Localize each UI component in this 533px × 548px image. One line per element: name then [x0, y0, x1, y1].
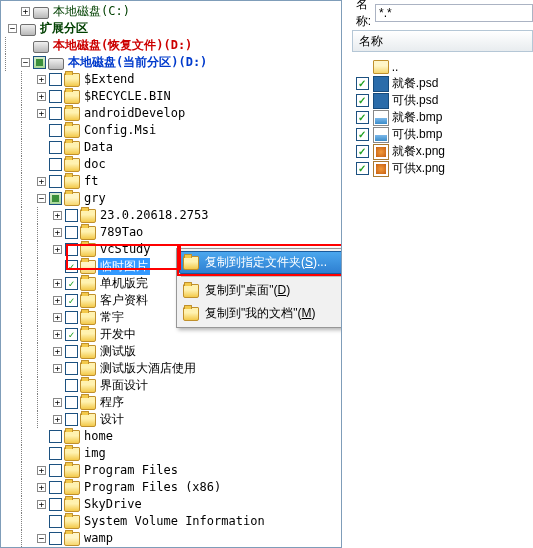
expander-icon[interactable]: + [53, 347, 62, 356]
checkbox[interactable] [356, 145, 369, 158]
tree-item[interactable]: Program Files [82, 462, 180, 479]
checkbox[interactable] [356, 162, 369, 175]
list-item[interactable]: .. [356, 58, 533, 75]
tree-item[interactable]: gry [82, 190, 108, 207]
checkbox[interactable] [65, 209, 78, 222]
tree-item[interactable]: 测试版大酒店使用 [98, 360, 198, 377]
checkbox[interactable] [49, 124, 62, 137]
menu-copy-to-folder[interactable]: 复制到指定文件夹(S)... [179, 251, 342, 274]
checkbox[interactable] [49, 481, 62, 494]
tree-item[interactable]: $Extend [82, 71, 137, 88]
search-input[interactable] [375, 4, 533, 22]
tree-item-selected[interactable]: 临时图片 [98, 258, 150, 275]
tree-item[interactable]: 常宇 [98, 309, 126, 326]
checkbox[interactable] [33, 56, 46, 69]
checkbox[interactable] [49, 175, 62, 188]
tree-item[interactable]: wamp [82, 530, 115, 547]
tree-item[interactable]: 程序 [98, 394, 126, 411]
tree-label-ext[interactable]: 扩展分区 [38, 20, 90, 37]
checkbox[interactable] [49, 464, 62, 477]
checkbox[interactable] [49, 90, 62, 103]
expander-icon[interactable]: + [53, 211, 62, 220]
expander-icon[interactable]: + [37, 92, 46, 101]
expander-icon[interactable]: + [53, 245, 62, 254]
expander-icon[interactable]: + [37, 500, 46, 509]
tree-item[interactable]: vcStudy [98, 241, 153, 258]
checkbox[interactable] [49, 73, 62, 86]
tree-item[interactable]: Program Files (x86) [82, 479, 223, 496]
expander-icon[interactable]: + [53, 279, 62, 288]
column-header-name[interactable]: 名称 [352, 30, 533, 52]
list-item[interactable]: 可供x.png [356, 160, 533, 177]
checkbox[interactable] [65, 311, 78, 324]
tree-item[interactable]: 界面设计 [98, 377, 150, 394]
expander-icon[interactable]: − [37, 194, 46, 203]
list-item[interactable]: 可供.bmp [356, 126, 533, 143]
checkbox[interactable] [49, 107, 62, 120]
checkbox[interactable] [65, 396, 78, 409]
tree-item[interactable]: 开发中 [98, 326, 138, 343]
tree-item[interactable]: img [82, 445, 108, 462]
tree-item[interactable]: 789Tao [98, 224, 145, 241]
checkbox[interactable] [49, 447, 62, 460]
checkbox[interactable] [356, 94, 369, 107]
menu-copy-to-desktop[interactable]: 复制到"桌面"(D) [179, 279, 342, 302]
list-item[interactable]: 就餐.bmp [356, 109, 533, 126]
tree-label-d2[interactable]: 本地磁盘(当前分区)(D:) [66, 54, 209, 71]
checkbox[interactable] [49, 498, 62, 511]
tree-item[interactable]: 23.0.20618.2753 [98, 207, 210, 224]
tree-item[interactable]: System Volume Information [82, 513, 267, 530]
context-menu[interactable]: 复制到指定文件夹(S)... 复制到"桌面"(D) 复制到"我的文档"(M) [176, 248, 342, 328]
expander-icon[interactable]: + [37, 177, 46, 186]
tree-item[interactable]: home [82, 428, 115, 445]
checkbox[interactable] [356, 128, 369, 141]
expander-icon[interactable]: + [37, 109, 46, 118]
checkbox[interactable] [65, 345, 78, 358]
tree-item[interactable]: Config.Msi [82, 122, 158, 139]
expander-icon[interactable]: + [21, 7, 30, 16]
expander-icon[interactable]: + [53, 398, 62, 407]
tree-item[interactable]: ft [82, 173, 100, 190]
expander-icon[interactable]: + [53, 415, 62, 424]
checkbox[interactable] [49, 532, 62, 545]
checkbox[interactable] [65, 243, 78, 256]
tree-item[interactable]: doc [82, 156, 108, 173]
tree-item[interactable]: $RECYCLE.BIN [82, 88, 173, 105]
expander-icon[interactable]: + [37, 75, 46, 84]
expander-icon[interactable]: + [53, 364, 62, 373]
tree-item[interactable]: 设计 [98, 411, 126, 428]
list-item[interactable]: 可供.psd [356, 92, 533, 109]
checkbox[interactable] [356, 111, 369, 124]
checkbox[interactable] [65, 379, 78, 392]
checkbox[interactable] [65, 294, 78, 307]
checkbox[interactable] [49, 515, 62, 528]
checkbox[interactable] [65, 226, 78, 239]
expander-icon[interactable]: + [53, 313, 62, 322]
checkbox[interactable] [65, 328, 78, 341]
checkbox[interactable] [65, 362, 78, 375]
tree-item[interactable]: 客户资料 [98, 292, 150, 309]
checkbox[interactable] [49, 158, 62, 171]
checkbox[interactable] [49, 141, 62, 154]
expander-icon[interactable]: + [53, 330, 62, 339]
expander-icon[interactable]: − [37, 534, 46, 543]
tree-item[interactable]: 单机版完 [98, 275, 150, 292]
expander-icon[interactable]: + [53, 296, 62, 305]
tree-item[interactable]: 测试版 [98, 343, 138, 360]
tree-label-c[interactable]: 本地磁盘(C:) [51, 3, 132, 20]
list-item[interactable]: 就餐.psd [356, 75, 533, 92]
expander-icon[interactable]: − [21, 58, 30, 67]
tree-item[interactable]: Data [82, 139, 115, 156]
checkbox[interactable] [49, 430, 62, 443]
tree-item[interactable]: SkyDrive [82, 496, 144, 513]
expander-icon[interactable]: − [8, 24, 17, 33]
menu-copy-to-docs[interactable]: 复制到"我的文档"(M) [179, 302, 342, 325]
list-item[interactable]: 就餐x.png [356, 143, 533, 160]
checkbox[interactable] [49, 192, 62, 205]
expander-icon[interactable]: + [37, 466, 46, 475]
expander-icon[interactable]: + [53, 228, 62, 237]
checkbox[interactable] [65, 413, 78, 426]
checkbox[interactable] [356, 77, 369, 90]
tree-label-d[interactable]: 本地磁盘(恢复文件)(D:) [51, 37, 194, 54]
tree-item[interactable]: androidDevelop [82, 105, 187, 122]
